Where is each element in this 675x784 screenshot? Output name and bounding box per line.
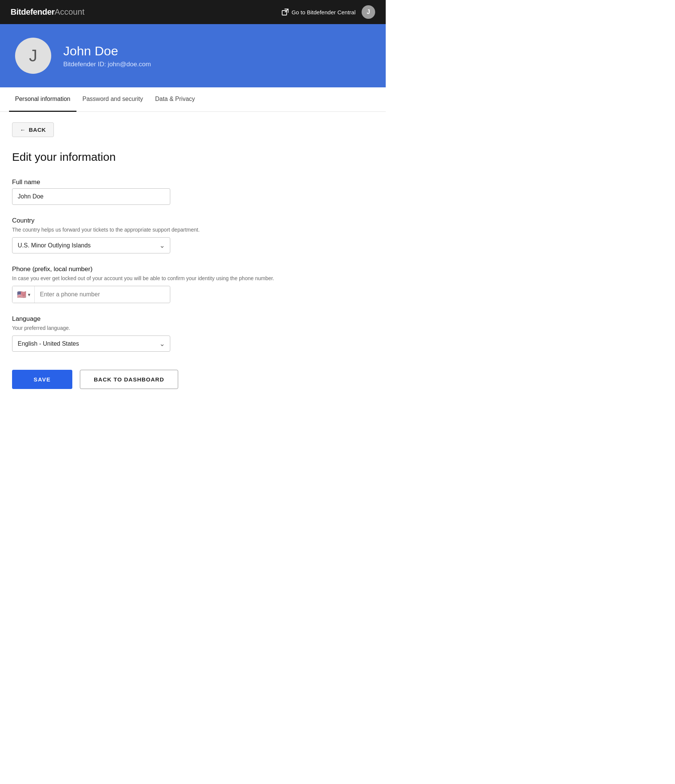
external-link-icon	[282, 9, 288, 16]
phone-flag-prefix-button[interactable]: 🇺🇸 ▾	[12, 286, 35, 303]
language-label: Language	[12, 315, 312, 323]
top-navigation: BitdefenderAccount Go to Bitdefender Cen…	[0, 0, 386, 24]
flag-emoji: 🇺🇸	[17, 291, 27, 298]
country-field-group: Country The country helps us forward you…	[12, 217, 312, 254]
full-name-field-group: Full name	[12, 179, 312, 205]
main-content: ← BACK Edit your information Full name C…	[0, 112, 324, 412]
country-select[interactable]: U.S. Minor Outlying Islands United State…	[12, 237, 170, 254]
country-select-wrapper: U.S. Minor Outlying Islands United State…	[12, 237, 170, 254]
phone-prefix-chevron-icon: ▾	[28, 292, 31, 297]
language-select-wrapper: English - United States English - United…	[12, 336, 170, 352]
country-hint: The country helps us forward your ticket…	[12, 227, 312, 233]
full-name-input[interactable]	[12, 188, 170, 205]
arrow-left-icon: ←	[20, 126, 26, 133]
phone-field-group: Phone (prefix, local number) In case you…	[12, 266, 312, 303]
phone-hint: In case you ever get locked out of your …	[12, 275, 312, 281]
user-avatar-small[interactable]: J	[362, 5, 375, 19]
phone-input-wrapper: 🇺🇸 ▾	[12, 286, 170, 303]
phone-number-input[interactable]	[35, 286, 170, 302]
hero-bitdefender-id: Bitdefender ID: john@doe.com	[63, 61, 151, 68]
bottom-actions: SAVE BACK TO DASHBOARD	[12, 370, 312, 389]
hero-info: John Doe Bitdefender ID: john@doe.com	[63, 44, 151, 68]
back-button[interactable]: ← BACK	[12, 122, 54, 137]
save-button[interactable]: SAVE	[12, 370, 72, 389]
brand-account: Account	[55, 7, 85, 17]
hero-user-name: John Doe	[63, 44, 151, 58]
back-button-label: BACK	[29, 126, 46, 133]
back-to-dashboard-button[interactable]: BACK TO DASHBOARD	[80, 370, 178, 389]
tabs-navigation: Personal information Password and securi…	[0, 87, 386, 112]
user-avatar-large: J	[15, 38, 51, 74]
brand-bitdefender: Bitdefender	[11, 7, 55, 17]
brand-logo: BitdefenderAccount	[11, 7, 84, 17]
language-field-group: Language Your preferred language. Englis…	[12, 315, 312, 352]
country-label: Country	[12, 217, 312, 224]
topnav-right: Go to Bitdefender Central J	[282, 5, 375, 19]
hero-section: J John Doe Bitdefender ID: john@doe.com	[0, 24, 386, 87]
full-name-label: Full name	[12, 179, 312, 186]
go-to-central-button[interactable]: Go to Bitdefender Central	[282, 9, 355, 16]
language-select[interactable]: English - United States English - United…	[12, 336, 170, 352]
tab-data-privacy[interactable]: Data & Privacy	[149, 87, 201, 112]
phone-label: Phone (prefix, local number)	[12, 266, 312, 273]
language-hint: Your preferred language.	[12, 325, 312, 331]
tab-personal-information[interactable]: Personal information	[9, 87, 76, 112]
go-to-central-label: Go to Bitdefender Central	[292, 9, 355, 16]
form-title: Edit your information	[12, 151, 312, 163]
tab-password-and-security[interactable]: Password and security	[76, 87, 149, 112]
